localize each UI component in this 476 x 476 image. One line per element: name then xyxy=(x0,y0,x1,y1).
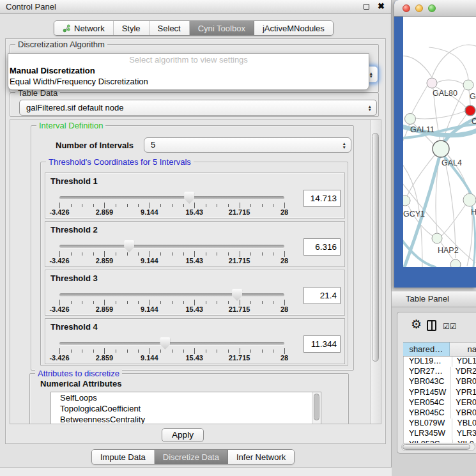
network-node-hap2[interactable] xyxy=(432,233,442,243)
cell-shared-name: YBR043C xyxy=(404,377,451,387)
bottom-tab-bar: Impute DataDiscretize DataInfer Network xyxy=(91,449,295,464)
cell-name: YLR3 xyxy=(452,429,476,439)
numerical-attributes-list[interactable]: SelfLoopsTopologicalCoefficientBetweenne… xyxy=(50,392,321,424)
algorithm-hint-option: Select algorithm to view settings xyxy=(8,54,369,65)
column-header-name[interactable]: na xyxy=(450,342,476,356)
algorithm-option-equal-width-frequency[interactable]: Equal Width/Frequency Discretization xyxy=(8,76,369,87)
column-header-shared-name[interactable]: shared… xyxy=(403,342,450,356)
tab-label: jActiveMNodules xyxy=(263,24,325,33)
slider-track[interactable] xyxy=(59,196,284,199)
threshold-value-field[interactable]: 14.713 xyxy=(303,190,341,207)
tab-style[interactable]: Style xyxy=(114,21,150,35)
network-node-gcy1[interactable] xyxy=(403,196,410,206)
cell-shared-name: YBR045C xyxy=(404,408,451,418)
network-node-label: GA xyxy=(470,92,476,101)
numerical-attributes-label: Numerical Attributes xyxy=(40,379,121,388)
tab-label: Discretize Data xyxy=(163,452,219,462)
select-columns-icon[interactable]: ☑☑ xyxy=(443,322,457,331)
combo-arrows-icon: ▲▼ xyxy=(368,104,372,111)
threshold-value-field[interactable]: 6.316 xyxy=(303,238,341,256)
table-row[interactable]: YDR27…YDR2 xyxy=(404,367,476,377)
cell-name: YBR0 xyxy=(451,408,476,418)
network-node-gal11[interactable] xyxy=(405,114,416,125)
gear-icon[interactable]: ⚙ xyxy=(411,318,422,332)
network-icon xyxy=(63,24,71,33)
attributes-group: Attributes to discretize Numerical Attri… xyxy=(29,373,349,424)
number-of-intervals-label: Number of Intervals xyxy=(56,141,134,150)
table-data-combobox[interactable]: galFiltered.sif default node ▲▼ xyxy=(19,100,377,116)
cell-shared-name: YBL079W xyxy=(404,418,452,429)
tab-label: Cyni Toolbox xyxy=(198,24,245,33)
cell-shared-name: YDR27… xyxy=(404,367,451,377)
tab-label: Infer Network xyxy=(236,452,286,462)
list-item-betweennesscentrality[interactable]: BetweennessCentrality xyxy=(51,414,321,424)
slider-track[interactable] xyxy=(59,245,284,248)
scrollbar-thumb[interactable] xyxy=(372,133,379,362)
slider-track[interactable] xyxy=(59,293,284,296)
tab-select[interactable]: Select xyxy=(150,21,190,35)
attributes-group-label: Attributes to discretize xyxy=(35,369,122,378)
scrollbar-thumb[interactable] xyxy=(403,444,470,450)
minimize-traffic-light[interactable] xyxy=(415,4,423,12)
table-row[interactable]: YBL079WYBL0 xyxy=(404,418,476,429)
tab-discretize-data[interactable]: Discretize Data xyxy=(155,450,228,464)
thresholds-group-label: Threshold's Coordinates for 5 Intervals xyxy=(46,157,194,167)
network-node-label: GAL4 xyxy=(441,158,462,167)
tab-network[interactable]: Network xyxy=(54,21,114,35)
panel-title: Control Panel xyxy=(6,2,56,12)
table-row[interactable]: YBR043CYBR0 xyxy=(404,377,476,387)
table-row[interactable]: YER054CYER0 xyxy=(404,398,476,408)
table-row[interactable]: YPR145WYPR1 xyxy=(404,388,476,398)
table-horizontal-scrollbar[interactable] xyxy=(401,443,475,451)
thresholds-group: Threshold's Coordinates for 5 Intervals … xyxy=(40,162,348,366)
float-window-icon[interactable] xyxy=(364,4,369,10)
control-panel-titlebar: Control Panel ✖ xyxy=(0,0,391,14)
spinner-arrows-icon: ▲▼ xyxy=(342,142,346,149)
tab-cyni-toolbox[interactable]: Cyni Toolbox xyxy=(190,21,254,35)
tab-label: Style xyxy=(122,24,141,33)
network-node[interactable] xyxy=(450,259,461,267)
table-header-row: shared… na xyxy=(403,342,476,357)
cell-name: YDL1 xyxy=(452,357,476,367)
control-panel-body: Discretization Algorithm ▲▼ Table Data g… xyxy=(5,38,386,444)
discretization-algorithm-label: Discretization Algorithm xyxy=(15,40,107,49)
threshold-box-1: Threshold 1-3.4262.8599.14415.4321.71528… xyxy=(45,173,345,219)
slider-axis-labels: -3.4262.8599.14415.4321.71528 xyxy=(59,257,284,266)
algorithm-option-manual-discretization[interactable]: Manual Discretization xyxy=(8,65,369,76)
zoom-traffic-light[interactable] xyxy=(428,4,436,12)
network-canvas[interactable]: GAL80GACGAL11GAL4GCY1HHAP2 xyxy=(403,17,476,267)
network-node-c[interactable] xyxy=(465,105,475,116)
network-node-gal4[interactable] xyxy=(433,141,449,157)
list-item-selfloops[interactable]: SelfLoops xyxy=(51,392,321,403)
attributes-list-scrollbar[interactable] xyxy=(312,392,321,424)
split-columns-icon[interactable] xyxy=(427,320,436,331)
threshold-slider: -3.4262.8599.14415.4321.71528 xyxy=(59,319,284,365)
tab-label: Impute Data xyxy=(100,452,146,462)
close-icon[interactable]: ✖ xyxy=(378,1,385,11)
apply-button[interactable]: Apply xyxy=(162,428,204,442)
scrollbar-thumb[interactable] xyxy=(314,394,319,420)
tab-infer-network[interactable]: Infer Network xyxy=(228,450,294,464)
slider-track[interactable] xyxy=(59,342,284,345)
table-row[interactable]: YDL19…YDL1 xyxy=(404,357,476,367)
table-panel-titlebar: Table Panel xyxy=(392,291,476,307)
settings-vertical-scrollbar[interactable] xyxy=(370,120,381,424)
threshold-value-field[interactable]: 11.344 xyxy=(303,335,341,353)
network-node-gal80[interactable] xyxy=(427,78,437,88)
attribute-items: SelfLoopsTopologicalCoefficientBetweenne… xyxy=(51,392,321,424)
network-node-h[interactable] xyxy=(463,194,476,206)
cell-name: YER0 xyxy=(451,398,476,408)
close-traffic-light[interactable] xyxy=(403,4,410,12)
network-node-ga[interactable] xyxy=(463,80,473,90)
tab-jactivemnodules[interactable]: jActiveMNodules xyxy=(254,21,333,35)
network-node-label: C xyxy=(472,117,476,126)
number-of-intervals-spinner[interactable]: 5 ▲▼ xyxy=(144,137,351,153)
slider-axis-labels: -3.4262.8599.14415.4321.71528 xyxy=(59,208,284,217)
table-row[interactable]: YLR345WYLR3 xyxy=(404,429,476,439)
cell-shared-name: YDL19… xyxy=(404,357,452,367)
table-row[interactable]: YBR045CYBR0 xyxy=(404,408,476,418)
tab-impute-data[interactable]: Impute Data xyxy=(92,450,155,464)
threshold-value-field[interactable]: 21.4 xyxy=(303,287,341,304)
network-node-label: GCY1 xyxy=(403,210,425,219)
list-item-topologicalcoefficient[interactable]: TopologicalCoefficient xyxy=(51,403,321,414)
